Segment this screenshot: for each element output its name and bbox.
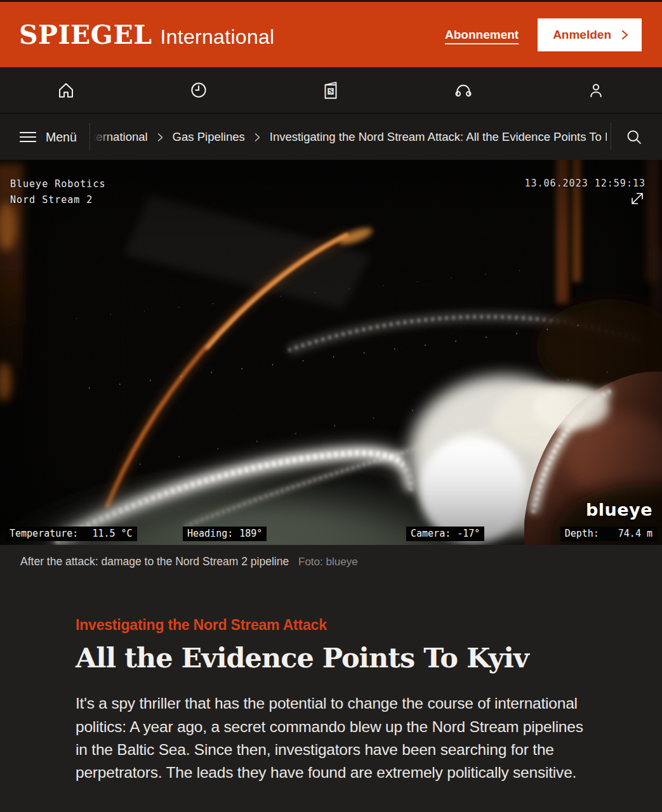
video-source-line1: Blueye Robotics (10, 176, 105, 192)
breadcrumb-trail: International Gas Pipelines Investigatin… (90, 130, 607, 144)
divider (611, 124, 611, 150)
chevron-right-icon (253, 133, 261, 142)
menu-label: Menü (46, 130, 77, 145)
nav-epaper-button[interactable]: S (265, 67, 397, 113)
article: Investigating the Nord Stream Attack All… (0, 581, 662, 784)
icon-nav: S (0, 67, 662, 114)
audio-icon (453, 80, 473, 100)
telemetry-value: 189° (239, 528, 262, 539)
telemetry-label: Heading: (187, 528, 233, 539)
brand-wordmark: SPIEGEL (19, 20, 152, 50)
telemetry-value: 74.4 m (618, 528, 652, 539)
video-timestamp: 13.06.2023 12:59:13 (524, 178, 645, 189)
telemetry-depth: Depth: 74.4 m (560, 527, 657, 541)
brand-edition: International (160, 25, 274, 49)
underwater-photo (0, 160, 662, 545)
clock-icon (189, 80, 209, 100)
chevron-right-icon (621, 30, 629, 40)
spiegel-logo[interactable]: SPIEGEL International (19, 20, 275, 50)
image-caption: After the attack: damage to the Nord Str… (0, 545, 662, 581)
anmelden-label: Anmelden (553, 28, 611, 42)
telemetry-label: Camera: (411, 528, 451, 539)
abonnement-link[interactable]: Abonnement (445, 28, 519, 42)
video-source-overlay: Blueye Robotics Nord Stream 2 (10, 176, 105, 208)
photo-credit: Foto: blueye (298, 556, 358, 568)
blueye-watermark: blueye (586, 500, 652, 520)
article-intro: It's a spy thriller that has the potenti… (76, 692, 586, 784)
telemetry-label: Temperature: (10, 528, 78, 539)
video-source-line2: Nord Stream 2 (10, 192, 105, 208)
article-hero-video-frame: Blueye Robotics Nord Stream 2 13.06.2023… (0, 160, 662, 545)
nav-audio-button[interactable] (397, 67, 530, 113)
chevron-right-icon (156, 133, 164, 142)
breadcrumb: International Gas Pipelines Investigatin… (90, 114, 607, 160)
telemetry-heading: Heading: 189° (183, 527, 267, 541)
nav-latest-button[interactable] (133, 67, 265, 113)
search-button[interactable] (625, 128, 643, 146)
nav-home-button[interactable] (0, 67, 133, 113)
breadcrumb-item-gas-pipelines[interactable]: Gas Pipelines (173, 130, 245, 144)
breadcrumb-bar: Menü International Gas Pipelines Investi… (0, 114, 662, 160)
search-icon (625, 128, 643, 146)
spiegel-epaper-icon: S (320, 79, 341, 101)
telemetry-camera: Camera: -17° (406, 527, 484, 541)
caption-text: After the attack: damage to the Nord Str… (20, 555, 289, 568)
article-kicker: Investigating the Nord Stream Attack (76, 617, 586, 634)
nav-profile-button[interactable] (529, 67, 662, 113)
svg-text:S: S (329, 88, 333, 95)
home-icon (56, 80, 76, 100)
telemetry-temperature: Temperature: 11.5 °C (5, 527, 137, 541)
expand-fullscreen-button[interactable] (628, 189, 647, 208)
article-title: All the Evidence Points To Kyiv (76, 643, 586, 673)
page: SPIEGEL International Abonnement Anmelde… (0, 0, 662, 812)
telemetry-value: 11.5 °C (92, 528, 132, 539)
telemetry-label: Depth: (565, 528, 599, 539)
masthead: SPIEGEL International Abonnement Anmelde… (0, 0, 662, 67)
menu-button[interactable]: Menü (20, 130, 77, 145)
hamburger-icon (20, 130, 36, 144)
masthead-actions: Abonnement Anmelden (445, 18, 642, 51)
breadcrumb-item-current-article: Investigating the Nord Stream Attack: Al… (270, 130, 607, 144)
breadcrumb-item-international[interactable]: International (90, 130, 148, 144)
expand-icon (628, 189, 647, 208)
telemetry-value: -17° (457, 528, 480, 539)
profile-icon (586, 80, 606, 100)
anmelden-button[interactable]: Anmelden (538, 18, 642, 51)
